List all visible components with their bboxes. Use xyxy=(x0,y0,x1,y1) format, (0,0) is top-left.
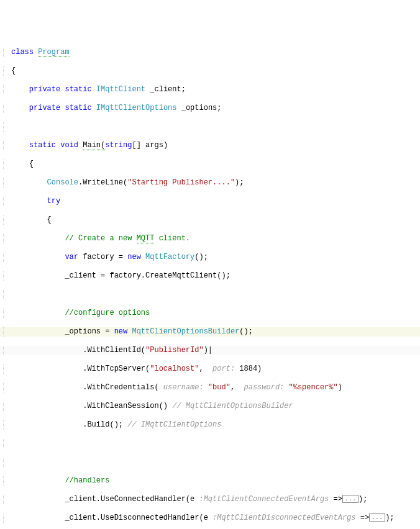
code-editor[interactable]: class Program { private static IMqttClie… xyxy=(0,38,420,529)
code-line: { xyxy=(0,160,420,169)
code-line: private static IMqttClient _client; xyxy=(0,85,420,94)
code-line: try xyxy=(0,197,420,206)
code-line xyxy=(0,290,420,299)
code-line: var factory = new MqttFactory(); xyxy=(0,253,420,262)
code-line: // Create a new MQTT client. xyxy=(0,234,420,243)
code-line: .WithCleanSession() // MqttClientOptions… xyxy=(0,402,420,411)
code-line: _client = factory.CreateMqttClient(); xyxy=(0,271,420,281)
code-line: //handlers xyxy=(0,476,420,486)
code-line: //configure options xyxy=(0,309,420,318)
code-line: { xyxy=(0,215,420,225)
code-line: static void Main(string[] args) xyxy=(0,141,420,150)
code-line: { xyxy=(0,66,420,76)
code-line: class Program xyxy=(0,48,420,57)
code-line: .WithCredentials( username: "bud", passw… xyxy=(0,383,420,392)
code-line-cursor: .WithClientId("PublisherId")| xyxy=(0,346,420,355)
code-line: .WithTcpServer("localhost", port: 1884) xyxy=(0,364,420,374)
code-line: private static IMqttClientOptions _optio… xyxy=(0,104,420,113)
code-line: .Build(); // IMqttClientOptions xyxy=(0,420,420,430)
code-line: _client.UseConnectedHandler(e :MqttClien… xyxy=(0,495,420,504)
fold-indicator[interactable]: ... xyxy=(369,513,385,522)
code-line: _client.UseDisconnectedHandler(e :MqttCl… xyxy=(0,513,420,523)
code-line xyxy=(0,122,420,132)
code-line: _options = new MqttClientOptionsBuilder(… xyxy=(0,327,420,337)
code-line xyxy=(0,439,420,448)
code-line xyxy=(0,458,420,467)
code-line: Console.WriteLine("Starting Publisher...… xyxy=(0,178,420,188)
fold-indicator[interactable]: ... xyxy=(342,495,358,503)
